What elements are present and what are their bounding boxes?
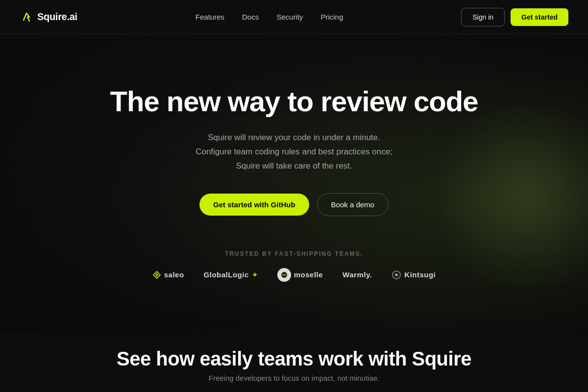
bottom-subtitle: Freeing developers to focus on impact, n… [209,374,380,382]
kintsugi-text: Kintsugi [404,270,436,279]
logo-text: Squire.ai [37,11,77,23]
kintsugi-icon [392,270,401,280]
hero-subtitle-line2: Configure team coding rules and best pra… [196,147,392,156]
globallogic-text: GlobalLogic [204,270,249,279]
globallogic-suffix: ✦ [252,271,258,279]
nav-actions: Sign in Get started [461,8,568,26]
moselle-icon-svg [280,271,288,279]
nav-link-security[interactable]: Security [276,13,303,21]
hero-section: The new way to review code Squire will r… [0,0,588,333]
saleo-icon [152,270,161,279]
get-started-nav-button[interactable]: Get started [511,8,568,26]
nav-link-pricing[interactable]: Pricing [320,13,343,21]
hero-buttons: Get started with GitHub Book a demo [110,193,478,216]
moselle-text: moselle [294,270,323,279]
hero-subtitle-line1: Squire will review your code in under a … [208,133,380,142]
warmly-text: Warmly. [343,270,372,279]
trusted-section: TRUSTED BY FAST-SHIPPING TEAMS. saleo Gl… [152,250,436,282]
navbar: Squire.ai Features Docs Security Pricing… [0,0,588,34]
trusted-logos: saleo GlobalLogic ✦ moselle Warmly. [152,268,436,282]
logo-saleo: saleo [152,270,184,279]
logo-icon [20,10,33,24]
book-demo-button[interactable]: Book a demo [317,193,389,216]
hero-content: The new way to review code Squire will r… [110,86,478,250]
github-cta-button[interactable]: Get started with GitHub [199,194,309,216]
logo-kintsugi: Kintsugi [392,270,436,280]
bottom-title: See how easily teams work with Squire [117,348,471,370]
bottom-section: See how easily teams work with Squire Fr… [0,333,588,392]
moselle-icon [277,268,291,282]
logo-moselle: moselle [277,268,323,282]
logo-globallogic: GlobalLogic ✦ [204,270,258,279]
logo[interactable]: Squire.ai [20,10,77,24]
logo-warmly: Warmly. [343,270,372,279]
trusted-label: TRUSTED BY FAST-SHIPPING TEAMS. [152,250,436,257]
hero-title: The new way to review code [110,86,478,117]
nav-link-docs[interactable]: Docs [242,13,259,21]
svg-point-2 [395,273,398,276]
nav-links: Features Docs Security Pricing [196,13,343,21]
signin-button[interactable]: Sign in [461,8,505,26]
nav-link-features[interactable]: Features [196,13,224,21]
hero-subtitle: Squire will review your code in under a … [110,131,478,173]
saleo-text: saleo [164,270,184,279]
hero-subtitle-line3: Squire will take care of the rest. [236,161,352,171]
